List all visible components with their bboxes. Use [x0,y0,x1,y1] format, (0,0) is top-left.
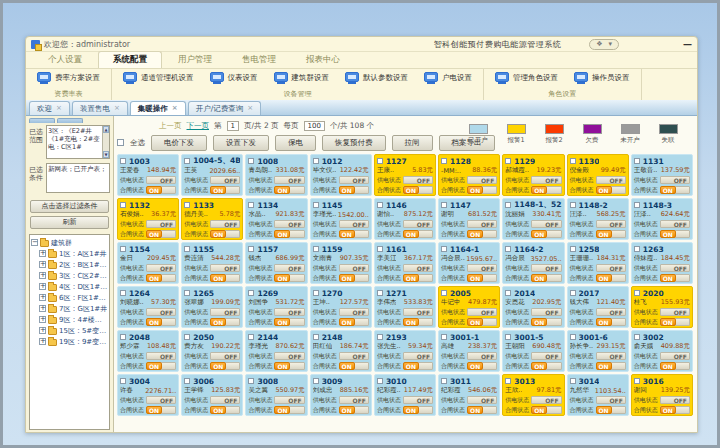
power-status-toggle[interactable]: OFF [467,264,497,272]
power-status-toggle[interactable]: OFF [274,396,304,404]
power-status-toggle[interactable]: OFF [596,396,626,404]
card-checkbox[interactable] [505,246,511,252]
card-checkbox[interactable] [248,246,254,252]
card-checkbox[interactable] [184,158,190,164]
meter-card[interactable]: 3013 王欣.. 97.81元 供电状态 OFF [502,374,564,416]
valve-status-toggle[interactable]: ON [146,406,176,414]
card-checkbox[interactable] [570,202,576,208]
menu-item[interactable]: 个人设置 [34,52,96,68]
valve-status-toggle[interactable]: ON [596,406,626,414]
card-checkbox[interactable] [248,334,254,340]
meter-card[interactable]: 2144 李瑾光 870.62元 供电状态 OFF [245,330,307,372]
power-status-toggle[interactable]: OFF [660,264,690,272]
tree-item[interactable]: 7区：G区1#井 [31,303,108,314]
card-checkbox[interactable] [441,334,447,340]
valve-status-toggle[interactable]: ON [146,318,176,326]
skin-icon[interactable]: ❖ [596,40,602,49]
power-status-toggle[interactable]: OFF [339,264,369,272]
tree-item[interactable]: 9区：4#楼电井（4#楼 [31,314,108,325]
close-icon[interactable]: × [247,105,253,112]
valve-status-toggle[interactable]: ON [210,230,240,238]
valve-status-toggle[interactable]: ON [467,406,497,414]
valve-status-toggle[interactable]: ON [274,406,304,414]
valve-status-toggle[interactable]: ON [274,274,304,282]
valve-status-toggle[interactable]: ON [467,186,497,194]
meter-card[interactable]: 3008 吴之翼 550.97元 供电状态 OFF [245,374,307,416]
chevron-down-icon[interactable]: ▾ [608,40,612,49]
meter-card[interactable]: 1127 王康.. 5.83元 供电状态 OFF [374,154,436,196]
power-status-toggle[interactable]: OFF [210,220,240,228]
valve-status-toggle[interactable]: ON [531,362,561,370]
card-checkbox[interactable] [313,158,319,164]
choose-filter-button[interactable]: 点击选择过滤条件 [30,200,109,213]
power-status-toggle[interactable]: OFF [210,308,240,316]
meter-card[interactable]: 2014 安恩花 202.95元 供电状态 OFF [502,286,564,328]
meter-card[interactable]: 1164-1 冯合晨.. 1595.67.. 供电状态 OFF [438,242,500,284]
valve-status-toggle[interactable]: ON [339,318,369,326]
meter-card[interactable]: 2148 田红仙 186.74元 供电状态 OFF [310,330,372,372]
power-status-toggle[interactable]: OFF [146,220,176,228]
valve-status-toggle[interactable]: ON [660,406,690,414]
tree-item[interactable]: 4区：D区1#井（D区1 [31,281,108,292]
meter-card[interactable]: 3009 刘成忠 885.16元 供电状态 OFF [310,374,372,416]
power-status-toggle[interactable]: OFF [467,308,497,316]
meter-card[interactable]: 3001-6 孙长争.. 293.15元 供电状态 OFF [567,330,629,372]
meter-card[interactable]: 1134 水晶.. 921.83元 供电状态 OFF [245,198,307,240]
power-status-toggle[interactable]: OFF [339,308,369,316]
meter-card[interactable]: 3011 纪彩霞 546.06元 供电状态 OFF [438,374,500,416]
card-checkbox[interactable] [570,246,576,252]
scrollbar[interactable]: ▲ ▼ [102,126,109,158]
power-status-toggle[interactable]: OFF [660,220,690,228]
valve-status-toggle[interactable]: ON [210,186,240,194]
valve-status-toggle[interactable]: ON [403,274,433,282]
card-checkbox[interactable] [313,290,319,296]
power-status-toggle[interactable]: OFF [467,220,497,228]
card-checkbox[interactable] [505,334,511,340]
scope-listbox[interactable]: 3区：《E2#井《1#充电：2#变电：C区1# ▲ ▼ [46,125,110,159]
ribbon-button[interactable]: 户电设置 [417,70,479,88]
meter-card[interactable]: 1269 刘国争 531.72元 供电状态 OFF [245,286,307,328]
card-checkbox[interactable] [120,202,126,208]
valve-status-toggle[interactable]: ON [274,186,304,194]
power-status-toggle[interactable]: OFF [531,308,561,316]
power-status-toggle[interactable]: OFF [210,176,240,184]
valve-status-toggle[interactable]: ON [531,230,561,238]
meter-card[interactable]: 1128 -MM:.. 88.36元 供电状态 OFF [438,154,500,196]
meter-card[interactable]: 1004-5、4B一 王英 2029.66.. 供电状态 OFF [181,154,243,196]
card-checkbox[interactable] [441,202,447,208]
card-checkbox[interactable] [441,290,447,296]
menu-item[interactable]: 报表中心 [292,52,354,68]
card-checkbox[interactable] [441,158,447,164]
close-icon[interactable]: × [114,105,120,112]
power-status-toggle[interactable]: OFF [339,176,369,184]
card-checkbox[interactable] [505,202,511,208]
tree-item[interactable]: 6区：F区1#井（F区1# [31,292,108,303]
card-checkbox[interactable] [505,290,511,296]
valve-status-toggle[interactable]: ON [274,362,304,370]
valve-status-toggle[interactable]: ON [403,230,433,238]
power-status-toggle[interactable]: OFF [596,352,626,360]
expand-icon[interactable] [39,294,46,301]
close-icon[interactable]: × [172,105,178,112]
menu-item[interactable]: 售电管理 [228,52,290,68]
collapse-icon[interactable] [31,239,38,246]
valve-status-toggle[interactable]: ON [467,230,497,238]
meter-card[interactable]: 3001-5 王朝阳 690.48元 供电状态 OFF [502,330,564,372]
document-tab[interactable]: 欢迎 × [29,101,70,115]
close-icon[interactable]: × [56,105,62,112]
power-status-toggle[interactable]: OFF [146,352,176,360]
meter-card[interactable]: 1133 德丹美.. 5.78元 供电状态 OFF [181,198,243,240]
expand-icon[interactable] [39,283,46,290]
card-checkbox[interactable] [377,246,383,252]
card-checkbox[interactable] [634,202,640,208]
meter-card[interactable]: 3004 许春 2276.71.. 供电状态 OFF [117,374,179,416]
minimize-button[interactable]: — [683,40,692,49]
power-status-toggle[interactable]: OFF [274,264,304,272]
tree-item[interactable]: 15区：5#变站（3#变 [31,325,108,336]
valve-status-toggle[interactable]: ON [339,406,369,414]
power-status-toggle[interactable]: OFF [596,264,626,272]
valve-status-toggle[interactable]: ON [596,362,626,370]
power-status-toggle[interactable]: OFF [403,176,433,184]
card-checkbox[interactable] [248,202,254,208]
meter-card[interactable]: 1271 李伟杰 533.83元 供电状态 OFF [374,286,436,328]
